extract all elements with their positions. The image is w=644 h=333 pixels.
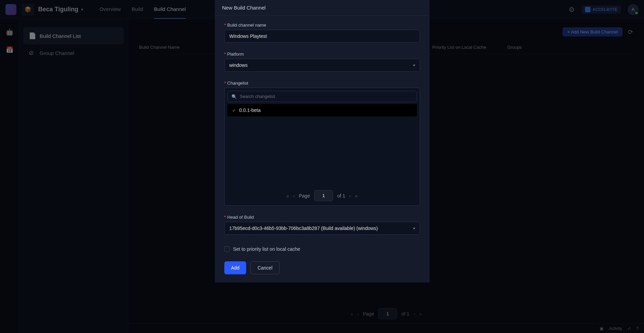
changelist-dropdown-panel: 🔍 ✓ 0.0.1-beta « ‹ Page of 1 › [224,88,420,206]
changelist-label: * Changelist [224,81,420,86]
first-page-icon[interactable]: « [286,193,289,199]
changelist-search-input[interactable] [227,91,417,102]
modal-backdrop[interactable]: New Build Channel * Build channel name *… [0,0,644,333]
field-changelist: * Changelist 🔍 ✓ 0.0.1-beta « ‹ [224,81,420,206]
platform-select[interactable]: windows ▾ [224,59,420,72]
changelist-empty-space [226,118,418,186]
last-page-icon[interactable]: » [355,193,358,199]
of-label: of 1 [337,193,345,199]
required-asterisk: * [224,215,226,220]
head-of-build-value: 17b95ecd-d0c3-46b5-93bb-706bc3a8b287 (Bu… [224,222,420,235]
required-asterisk: * [224,23,226,28]
prev-page-icon[interactable]: ‹ [293,193,295,199]
modal-title: New Build Channel [215,0,430,16]
platform-label: * Platform [224,52,420,57]
changelist-pagination: « ‹ Page of 1 › » [226,186,418,204]
field-channel-name: * Build channel name [224,23,420,43]
add-button[interactable]: Add [224,261,246,274]
changelist-option[interactable]: ✓ 0.0.1-beta [227,104,417,116]
head-of-build-label-text: Head of Build [227,215,254,220]
page-input[interactable] [314,190,333,201]
priority-checkbox[interactable] [224,246,230,252]
next-page-icon[interactable]: › [349,193,351,199]
modal-actions: Add Cancel [224,261,420,274]
head-of-build-select[interactable]: 17b95ecd-d0c3-46b5-93bb-706bc3a8b287 (Bu… [224,222,420,235]
channel-name-label-text: Build channel name [227,23,266,28]
channel-name-label: * Build channel name [224,23,420,28]
check-icon: ✓ [232,108,236,113]
page-label: Page [299,193,310,199]
required-asterisk: * [224,52,226,57]
platform-label-text: Platform [227,52,244,57]
platform-value: windows [224,59,420,72]
changelist-option-label: 0.0.1-beta [239,107,261,113]
modal-body: * Build channel name * Platform windows … [215,16,430,283]
changelist-label-text: Changelist [227,81,248,86]
required-asterisk: * [224,81,226,86]
new-build-channel-modal: New Build Channel * Build channel name *… [215,0,430,283]
priority-checkbox-label: Set to priority list on local cache [233,246,300,252]
field-platform: * Platform windows ▾ [224,52,420,72]
channel-name-input[interactable] [224,30,420,43]
search-icon: 🔍 [231,94,237,99]
priority-checkbox-row[interactable]: Set to priority list on local cache [224,246,420,252]
changelist-search-wrap: 🔍 [227,91,417,102]
head-of-build-label: * Head of Build [224,215,420,220]
field-head-of-build: * Head of Build 17b95ecd-d0c3-46b5-93bb-… [224,215,420,235]
cancel-button[interactable]: Cancel [250,261,280,274]
